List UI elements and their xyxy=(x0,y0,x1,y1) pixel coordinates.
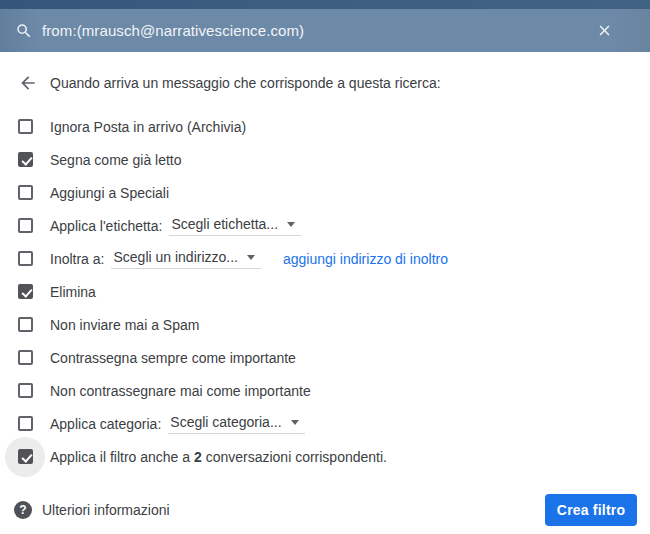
filter-option-row: Aggiungi a Speciali xyxy=(0,176,650,209)
checkbox-cell xyxy=(18,416,50,431)
dialog-title: Quando arriva un messaggio che corrispon… xyxy=(50,75,441,91)
dropdown-arrow-icon xyxy=(287,222,295,227)
option-label: Non contrassegnare mai come importante xyxy=(50,383,311,399)
checkbox-cell xyxy=(18,449,50,464)
close-icon[interactable] xyxy=(596,22,613,39)
checkbox-cell xyxy=(18,185,50,200)
back-arrow-icon[interactable] xyxy=(18,73,38,93)
checkbox[interactable] xyxy=(18,416,33,431)
dropdown-value: Scegli etichetta... xyxy=(171,216,278,232)
checkbox-cell xyxy=(18,119,50,134)
option-label: Contrassegna sempre come importante xyxy=(50,350,296,366)
filter-option-row: Contrassegna sempre come importante xyxy=(0,341,650,374)
filter-options-list: Ignora Posta in arrivo (Archivia) Segna … xyxy=(0,110,650,473)
checkbox-cell xyxy=(18,317,50,332)
option-label: Segna come già letto xyxy=(50,152,182,168)
option-label: Applica il filtro anche a 2 conversazion… xyxy=(50,449,387,465)
checkbox[interactable] xyxy=(18,185,33,200)
filter-option-row: Elimina xyxy=(0,275,650,308)
filter-option-row: Applica il filtro anche a 2 conversazion… xyxy=(0,440,650,473)
option-label: Non inviare mai a Spam xyxy=(50,317,199,333)
filter-option-row: Applica categoria: Scegli categoria... xyxy=(0,407,650,440)
help-icon xyxy=(14,501,32,519)
dropdown-value: Scegli categoria... xyxy=(170,414,281,430)
checkbox[interactable] xyxy=(18,317,33,332)
option-label: Aggiungi a Speciali xyxy=(50,185,169,201)
checkbox[interactable] xyxy=(18,119,33,134)
search-input[interactable]: from:(mrausch@narrativescience.com) xyxy=(42,22,596,39)
option-label: Inoltra a: xyxy=(50,251,104,267)
checkbox[interactable] xyxy=(18,284,33,299)
option-dropdown[interactable]: Scegli categoria... xyxy=(168,414,304,434)
checkbox[interactable] xyxy=(18,449,33,464)
option-label: Ignora Posta in arrivo (Archivia) xyxy=(50,119,246,135)
dialog-header: Quando arriva un messaggio che corrispon… xyxy=(18,71,650,95)
option-dropdown[interactable]: Scegli un indirizzo... xyxy=(111,249,261,269)
dropdown-value: Scegli un indirizzo... xyxy=(113,249,238,265)
filter-option-row: Inoltra a: Scegli un indirizzo... aggiun… xyxy=(0,242,650,275)
search-bar: from:(mrausch@narrativescience.com) xyxy=(0,9,650,52)
checkbox-cell xyxy=(18,152,50,167)
search-icon xyxy=(15,22,33,40)
checkbox[interactable] xyxy=(18,251,33,266)
checkbox[interactable] xyxy=(18,350,33,365)
checkbox-cell xyxy=(18,284,50,299)
checkbox-cell xyxy=(18,251,50,266)
filter-option-row: Ignora Posta in arrivo (Archivia) xyxy=(0,110,650,143)
create-filter-button[interactable]: Crea filtro xyxy=(545,494,637,526)
filter-option-row: Non inviare mai a Spam xyxy=(0,308,650,341)
checkbox-cell xyxy=(18,350,50,365)
filter-options-panel: Quando arriva un messaggio che corrispon… xyxy=(0,52,650,534)
checkbox[interactable] xyxy=(18,152,33,167)
checkbox[interactable] xyxy=(18,218,33,233)
option-label: Applica categoria: xyxy=(50,416,161,432)
filter-option-row: Segna come già letto xyxy=(0,143,650,176)
checkbox-cell xyxy=(18,218,50,233)
dropdown-arrow-icon xyxy=(247,255,255,260)
option-label: Elimina xyxy=(50,284,96,300)
learn-more-label: Ulteriori informazioni xyxy=(42,502,170,518)
filter-option-row: Non contrassegnare mai come importante xyxy=(0,374,650,407)
option-label: Applica l'etichetta: xyxy=(50,218,162,234)
dropdown-arrow-icon xyxy=(291,420,299,425)
filter-option-row: Applica l'etichetta: Scegli etichetta... xyxy=(0,209,650,242)
learn-more[interactable]: Ulteriori informazioni xyxy=(14,501,170,519)
top-window-strip xyxy=(0,0,650,9)
gmail-filter-dialog: from:(mrausch@narrativescience.com) Quan… xyxy=(0,0,650,534)
checkbox[interactable] xyxy=(18,383,33,398)
dialog-footer: Ulteriori informazioni Crea filtro xyxy=(0,494,650,526)
forwarding-link[interactable]: aggiungi indirizzo di inoltro xyxy=(283,251,448,267)
option-dropdown[interactable]: Scegli etichetta... xyxy=(169,216,301,236)
checkbox-cell xyxy=(18,383,50,398)
